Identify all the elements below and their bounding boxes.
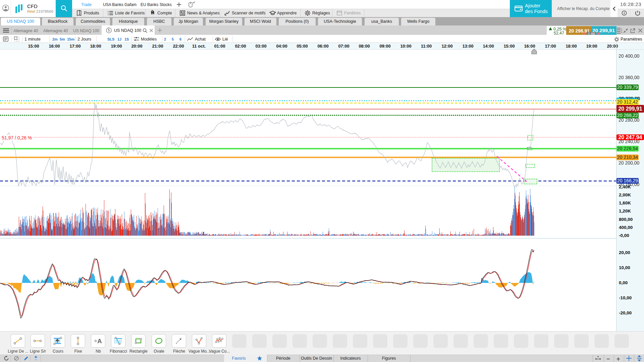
svg-text:A: A [97,338,102,345]
